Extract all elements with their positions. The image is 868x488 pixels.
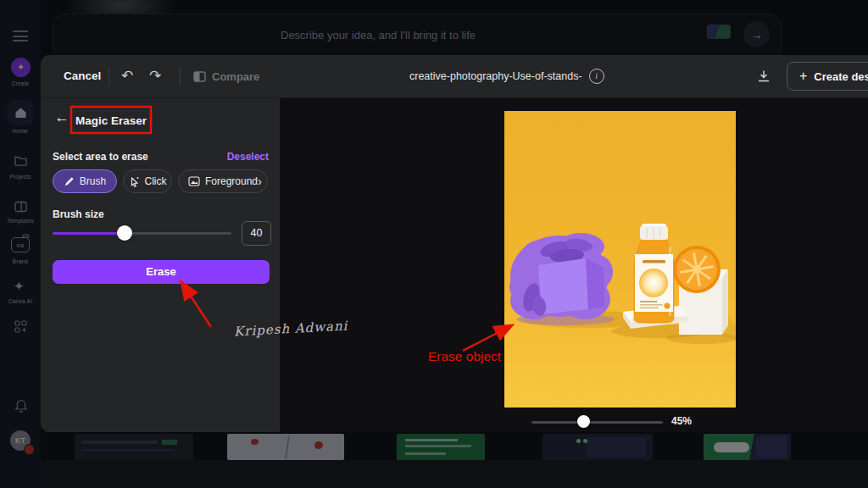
download-button[interactable] xyxy=(757,69,771,86)
download-icon xyxy=(757,69,771,83)
create-design-button[interactable]: + Create design xyxy=(787,62,868,91)
brush-size-slider-fill xyxy=(53,232,125,235)
tool-brush[interactable]: Brush xyxy=(53,169,117,193)
compare-icon xyxy=(193,70,206,83)
foreground-image-icon xyxy=(188,176,200,186)
compare-label: Compare xyxy=(212,70,259,83)
panel-title: Magic Eraser xyxy=(75,114,147,127)
tool-click-label: Click xyxy=(145,175,167,187)
tool-foreground[interactable]: Foreground xyxy=(178,169,268,193)
undo-button[interactable]: ↶ xyxy=(121,55,133,97)
design-image[interactable] xyxy=(504,111,736,408)
zoom-slider-thumb[interactable] xyxy=(577,415,590,428)
back-button[interactable]: ← xyxy=(53,109,71,126)
cancel-button[interactable]: Cancel xyxy=(64,55,101,97)
brush-icon xyxy=(64,176,75,187)
brush-size-label: Brush size xyxy=(53,208,104,220)
divider xyxy=(108,67,109,86)
deselect-link[interactable]: Deselect xyxy=(227,151,269,163)
magic-eraser-modal: Cancel ↶ ↷ Compare creative-photography-… xyxy=(41,55,868,432)
editor-topbar: Cancel ↶ ↷ Compare creative-photography-… xyxy=(41,55,868,98)
tool-click[interactable]: Click xyxy=(123,169,172,193)
brush-size-value[interactable]: 40 xyxy=(242,221,271,246)
zoom-slider[interactable] xyxy=(531,421,663,424)
click-cursor-icon xyxy=(129,176,140,187)
redo-icon: ↷ xyxy=(149,68,161,84)
editor-canvas[interactable]: 45% xyxy=(280,98,868,432)
brush-size-slider-thumb[interactable] xyxy=(117,225,132,241)
divider xyxy=(180,67,181,86)
erase-button[interactable]: Erase xyxy=(53,260,270,284)
tools-scroll-chevron[interactable]: › xyxy=(258,174,262,188)
redo-button[interactable]: ↷ xyxy=(149,55,161,97)
zoom-value: 45% xyxy=(671,415,692,427)
create-design-label: Create design xyxy=(814,70,868,83)
plus-icon: + xyxy=(799,69,807,84)
screen: Describe your idea, and I'll bring it to… xyxy=(0,0,868,488)
design-title-text: creative-photography-Use-of-stands- xyxy=(409,70,582,82)
info-icon[interactable]: i xyxy=(589,69,604,84)
section-label: Select area to erase xyxy=(53,151,148,163)
selected-object-overlay xyxy=(509,233,615,325)
tool-foreground-label: Foreground xyxy=(205,175,258,187)
annotation-erase-object-label: Erase object xyxy=(428,349,501,364)
tool-brush-label: Brush xyxy=(80,175,106,187)
undo-icon: ↶ xyxy=(121,68,133,84)
magic-eraser-panel: ← Magic Eraser Select area to erase Dese… xyxy=(41,98,280,432)
compare-button[interactable]: Compare xyxy=(193,55,259,97)
design-title: creative-photography-Use-of-stands- i xyxy=(409,55,604,97)
